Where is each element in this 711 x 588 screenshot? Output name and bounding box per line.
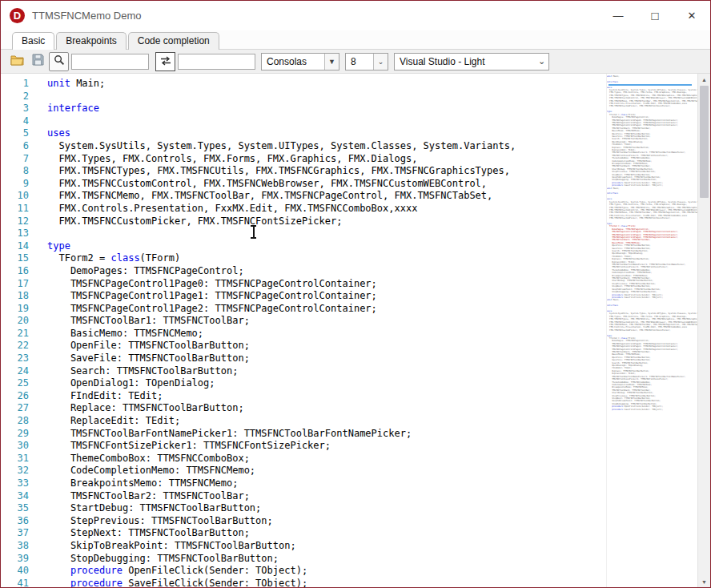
code-line[interactable]: BasicMemo: TTMSFNCMemo; — [47, 328, 606, 340]
tab-bar: Basic Breakpoints Code completion — [1, 30, 710, 50]
code-line[interactable]: TMSFNCPageControl1Page0: TTMSFNCPageCont… — [47, 278, 606, 291]
line-number: 17 — [1, 278, 29, 291]
code-line[interactable]: TForm2 = class(TForm) — [47, 252, 606, 265]
window-controls: — □ ✕ — [600, 1, 710, 30]
minimap[interactable]: unit Main; interface uses System.SysUtil… — [606, 74, 697, 587]
code-line[interactable]: TMSFNCToolBarFontNamePicker1: TTMSFNCToo… — [47, 428, 606, 441]
line-number: 7 — [1, 153, 29, 166]
tab-code-completion[interactable]: Code completion — [128, 32, 219, 50]
line-number: 13 — [1, 228, 29, 240]
code-line[interactable]: TMSFNCToolBar2: TTMSFNCToolBar; — [47, 490, 606, 503]
code-line[interactable]: procedure OpenFileClick(Sender: TObject)… — [47, 565, 606, 578]
line-number: 33 — [1, 477, 29, 490]
code-line[interactable]: TMSFNCPageControl1Page1: TTMSFNCPageCont… — [47, 290, 606, 303]
save-file-button[interactable] — [28, 52, 48, 71]
tab-basic[interactable]: Basic — [12, 32, 54, 50]
maximize-button[interactable]: □ — [637, 1, 673, 30]
code-line[interactable]: FIndEdit: TEdit; — [47, 390, 606, 403]
code-line[interactable] — [47, 115, 606, 128]
line-number: 36 — [1, 515, 29, 528]
code-line[interactable]: FMX.TMSFNCMemo, FMX.TMSFNCToolBar, FMX.T… — [47, 190, 606, 203]
line-number: 19 — [1, 303, 29, 316]
code-line[interactable]: Replace: TTMSFNCToolBarButton; — [47, 402, 606, 415]
code-line[interactable]: uses — [47, 127, 606, 140]
code-line[interactable]: OpenFile: TTMSFNCToolBarButton; — [47, 340, 606, 352]
code-line[interactable]: StopDebugging: TTMSFNCToolBarButton; — [47, 553, 606, 566]
code-line[interactable]: procedure SaveFileClick(Sender: TObject)… — [47, 578, 606, 587]
line-number: 12 — [1, 215, 29, 228]
minimap-line: FMX.Types, FMX.Controls, FMX.Forms, FMX.… — [607, 203, 697, 206]
minimize-button[interactable]: — — [600, 1, 637, 30]
minimap-content: unit Main; interface uses System.SysUtil… — [607, 75, 697, 411]
line-number: 21 — [1, 328, 29, 340]
code-line[interactable]: Search: TTMSFNCToolBarButton; — [47, 365, 606, 378]
code-line[interactable]: type — [47, 240, 606, 253]
open-folder-icon — [10, 54, 24, 69]
app-icon: D — [10, 8, 25, 23]
scrollbar-thumb[interactable] — [700, 86, 709, 198]
line-number: 40 — [1, 565, 29, 578]
minimap-line: procedure SaveFileClick(Sender: TObject)… — [607, 409, 697, 411]
code-line[interactable]: StepNext: TTMSFNCToolBarButton; — [47, 527, 606, 540]
font-size-value: 8 — [346, 56, 373, 67]
line-number: 11 — [1, 203, 29, 215]
theme-combobox[interactable]: Visual Studio - Light ⌄ — [394, 53, 549, 70]
line-numbers: 1234567891011121314151617181920212223242… — [1, 78, 36, 587]
scroll-down-icon[interactable]: ▼ — [698, 576, 710, 587]
line-number: 2 — [1, 91, 29, 103]
code-line[interactable]: TMSFNCToolBar1: TTMSFNCToolBar; — [47, 315, 606, 328]
replace-button[interactable] — [155, 52, 175, 71]
code-line[interactable]: StartDebug: TTMSFNCToolBarButton; — [47, 502, 606, 515]
code-line[interactable]: FMX.TMSFNCTypes, FMX.TMSFNCUtils, FMX.TM… — [47, 165, 606, 178]
code-line[interactable]: interface — [47, 103, 606, 115]
vertical-scrollbar[interactable]: ▲ ▼ — [697, 74, 710, 587]
code-line[interactable]: FMX.Controls.Presentation, FxxMX.Edit, F… — [47, 203, 606, 215]
code-line[interactable]: SaveFile: TTMSFNCToolBarButton; — [47, 352, 606, 365]
toolbar: Consolas ▼ 8 ⌄ Visual Studio - Light ⌄ — [1, 50, 710, 74]
code-line[interactable]: StepPrevious: TTMSFNCToolBarButton; — [47, 515, 606, 528]
chevron-down-icon[interactable]: ⌄ — [373, 54, 388, 70]
tab-breakpoints[interactable]: Breakpoints — [56, 32, 126, 50]
code-line[interactable]: FMX.TMSFNCCustomControl, FMX.TMSFNCWebBr… — [47, 178, 606, 191]
code-line[interactable]: BreakpointsMemo: TTMSFNCMemo; — [47, 477, 606, 490]
open-file-button[interactable] — [7, 52, 27, 71]
close-button[interactable]: ✕ — [673, 1, 710, 30]
search-button[interactable] — [49, 52, 69, 71]
line-number: 31 — [1, 453, 29, 465]
code-editor[interactable]: 1234567891011121314151617181920212223242… — [1, 74, 606, 587]
code-line[interactable]: SkipToBreakPoint: TTMSFNCToolBarButton; — [47, 540, 606, 553]
font-size-picker[interactable]: 8 ⌄ — [345, 53, 388, 70]
code-line[interactable]: FMX.Types, FMX.Controls, FMX.Forms, FMX.… — [47, 153, 606, 166]
font-name-picker[interactable]: Consolas ▼ — [261, 53, 339, 70]
code-line[interactable]: DemoPages: TTMSFNCPageControl; — [47, 265, 606, 278]
replace-input[interactable] — [178, 54, 255, 70]
chevron-down-icon[interactable]: ⌄ — [535, 54, 548, 70]
code-line[interactable]: TMSFNCFontSizePicker1: TTMSFNCFontSizePi… — [47, 440, 606, 453]
line-number: 9 — [1, 178, 29, 191]
line-number: 22 — [1, 340, 29, 352]
line-number: 35 — [1, 502, 29, 515]
chevron-down-icon[interactable]: ▼ — [324, 54, 339, 70]
line-number: 14 — [1, 240, 29, 253]
line-number: 37 — [1, 527, 29, 540]
code-line[interactable] — [47, 91, 606, 103]
find-input[interactable] — [71, 54, 149, 70]
swap-arrows-icon — [160, 54, 171, 69]
code-lines[interactable]: unit Main; interface uses System.SysUtil… — [36, 78, 606, 587]
code-line[interactable]: TMSFNCPageControl1Page2: TTMSFNCPageCont… — [47, 303, 606, 316]
code-line[interactable]: unit Main; — [47, 78, 606, 91]
code-line[interactable]: OpenDialog1: TOpenDialog; — [47, 377, 606, 390]
window-title: TTMSFNCMemo Demo — [32, 10, 142, 22]
line-number: 41 — [1, 578, 29, 587]
line-number: 23 — [1, 352, 29, 365]
line-number: 15 — [1, 252, 29, 265]
code-line[interactable]: ReplaceEdit: TEdit; — [47, 415, 606, 428]
line-number: 3 — [1, 103, 29, 115]
code-line[interactable]: CodeCompletionMemo: TTMSFNCMemo; — [47, 465, 606, 477]
code-line[interactable]: FMX.TMSFNCCustomPicker, FMX.TMSFNCFontSi… — [47, 215, 606, 228]
code-line[interactable] — [47, 228, 606, 240]
code-line[interactable]: System.SysUtils, System.Types, System.UI… — [47, 140, 606, 153]
line-number: 38 — [1, 540, 29, 553]
code-line[interactable]: ThemeComboBox: TTMSFNCComboBox; — [47, 453, 606, 465]
scroll-up-icon[interactable]: ▲ — [698, 74, 710, 85]
